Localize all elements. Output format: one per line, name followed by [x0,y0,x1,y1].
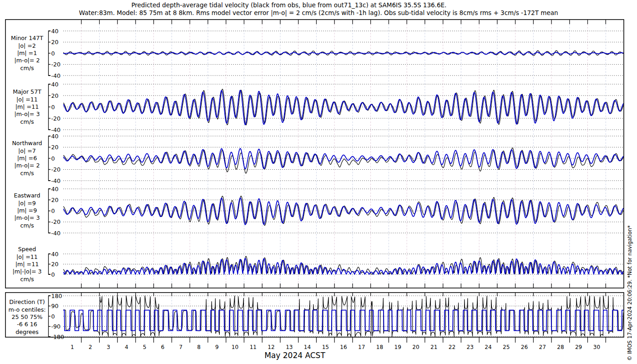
x-day-label: 19 [394,344,401,350]
x-day-label: 27 [539,344,546,350]
y-tick-label: -90 [51,323,61,330]
panel-speed-label-line: Speed [18,246,36,253]
x-day-label: 30 [593,344,600,350]
x-day-label: 22 [449,344,455,350]
panel-major-label-line: cm/s [20,118,34,125]
panel-speed-label-line: cm/s [20,276,34,283]
x-day-label: 20 [412,344,419,350]
panel-dir-label-line: Direction (T) [9,298,45,305]
y-tick-label: 40 [51,251,59,258]
x-axis-label: May 2024 ACST [264,351,325,360]
panel-east-label-line: |o| =9 [18,200,36,207]
y-tick-label: -180 [51,334,65,340]
x-day-label: 7 [179,344,182,350]
x-day-label: 26 [521,344,528,350]
panel-dir-label-line: 25 50 75% [11,313,42,320]
panel-dir-label-line: -6 6 16 [17,321,37,328]
x-day-label: 16 [340,344,347,350]
y-tick-label: -20 [51,61,61,68]
x-day-label: 28 [557,344,564,350]
panel-speed-label-line: |o| =11 [16,253,38,260]
panel-speed: Speed|o| =11|m| =11|m|-|o|= 3cm/s40200 [12,246,624,283]
panel-east-label-line: cm/s [20,222,34,229]
x-day-label: 23 [467,344,474,350]
panel-north-label-line: Northward [12,140,42,147]
panel-minor-label-line: |m-o|= 2 [15,57,40,64]
y-tick-label: 0 [51,50,55,57]
x-day-label: 1 [71,344,74,350]
y-tick-label: 40 [51,81,59,88]
panel-minor-label-line: Minor 147T [11,35,43,41]
panel-east-label-line: |m-o|= 3 [15,214,40,221]
x-day-label: 8 [197,344,201,350]
y-tick-label: 0 [51,155,55,162]
panel-speed-label-line: |m|-|o|= 3 [12,268,41,275]
y-tick-label: -20 [51,115,61,122]
panel-north-label-line: cm/s [20,170,34,177]
panel-east-label-line: |m| =9 [17,207,37,214]
x-day-label: 25 [503,344,510,350]
y-tick-label: 40 [51,186,59,192]
panel-north-label-line: |o| =7 [18,147,36,154]
y-tick-label: 0 [51,271,55,278]
y-tick-label: 0 [51,313,55,320]
y-tick-label: -20 [51,166,61,173]
y-tick-label: 20 [51,92,59,99]
copyright-watermark: © IMOS 17-Apr-2024 20:06:29. *Not for na… [627,225,633,361]
x-day-label: 9 [215,344,219,350]
x-day-label: 15 [322,344,329,350]
x-day-label: 17 [358,344,365,350]
x-day-label: 29 [575,344,582,350]
x-day-label: 12 [268,344,274,350]
panel-east-label-line: Eastward [14,192,40,199]
panel-minor-label-line: |m| =1 [17,50,37,56]
panel-minor-label-line: cm/s [20,65,34,71]
panel-minor-label-line: |o| =2 [18,42,36,49]
panel-major-label-line: |o| =11 [16,96,38,103]
y-tick-label: 20 [51,39,59,46]
x-day-label: 4 [125,344,128,350]
x-day-label: 21 [430,344,437,350]
y-tick-label: 0 [51,207,55,214]
tidal-chart-svg: May 2024 ACST Minor 147T|o| =2|m| =1|m-o… [0,0,637,364]
panel-east-model-line [63,198,624,225]
y-tick-label: 0 [51,104,55,111]
panel-speed-label-line: |m| =11 [15,261,39,268]
panel-speed-model-line [63,258,624,274]
x-day-label: 13 [286,344,293,350]
x-day-label: 10 [232,344,238,350]
y-tick-label: 40 [51,133,59,140]
x-day-label: 6 [161,344,165,350]
panel-dir: Direction (T)m-o centiles:25 50 75%-6 6 … [9,293,624,340]
x-day-label: 18 [376,344,383,350]
x-day-label: 14 [304,344,311,350]
y-tick-label: 40 [51,28,59,35]
panel-dir-label-line: degrees [15,329,39,335]
y-tick-label: 180 [51,293,62,299]
y-tick-label: -40 [51,177,61,184]
direction-frame [5,293,624,337]
y-tick-label: -40 [51,72,61,79]
x-day-label: 5 [143,344,147,350]
x-day-label: 24 [485,344,491,350]
panel-major-label-line: Major 57T [13,88,41,95]
panel-north-label-line: |m| =6 [17,155,37,162]
x-day-label: 3 [107,344,111,350]
panel-dir-label-line: m-o centiles: [9,306,46,313]
y-tick-label: 90 [51,303,59,309]
y-tick-label: 20 [51,197,59,203]
y-tick-label: -40 [51,230,61,237]
panel-major-label-line: |m| =11 [15,103,39,110]
panel-north-model-line [63,148,624,169]
y-tick-label: -20 [51,218,61,225]
y-tick-label: 20 [51,261,59,268]
y-tick-label: -40 [51,126,61,133]
panel-dir-model-line [63,310,624,331]
panel-north-label-line: |m-o|= 2 [15,162,40,169]
panel-major-label-line: |m-o|= 3 [15,111,40,117]
x-day-label: 11 [250,344,257,350]
x-day-label: 2 [89,344,92,350]
y-tick-label: 20 [51,144,59,151]
